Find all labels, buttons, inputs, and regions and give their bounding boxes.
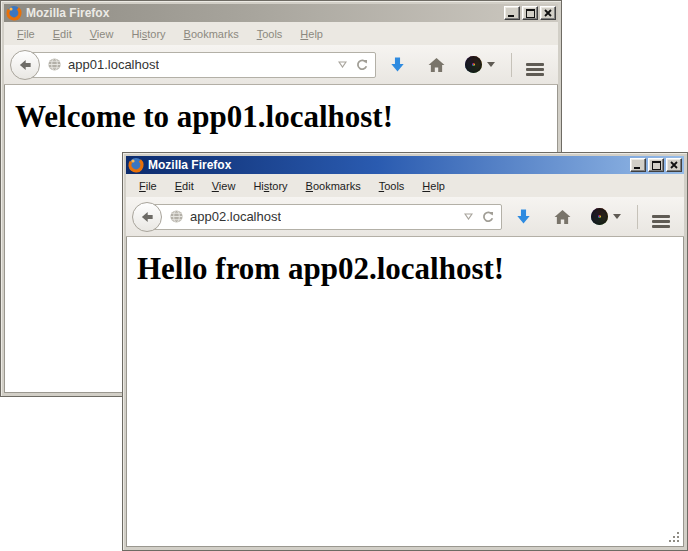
back-arrow-icon — [140, 209, 155, 224]
search-engine-button[interactable] — [591, 208, 621, 225]
menu-item[interactable]: File — [8, 25, 44, 43]
app-menu-icon[interactable] — [652, 215, 670, 218]
menu-item[interactable]: File — [130, 177, 166, 195]
search-engine-icon — [465, 56, 482, 73]
navigation-toolbar: app01.localhost — [4, 45, 558, 85]
menu-item[interactable]: Tools — [370, 177, 414, 195]
menu-item[interactable]: History — [244, 177, 296, 195]
url-bar[interactable]: app01.localhost — [24, 52, 376, 78]
menu-item[interactable]: Tools — [248, 25, 292, 43]
close-button[interactable] — [540, 6, 556, 20]
titlebar[interactable]: Mozilla Firefox — [4, 4, 558, 22]
search-caret-icon — [487, 62, 495, 67]
menu-item[interactable]: Bookmarks — [175, 25, 248, 43]
menu-bar: FileEditViewHistoryBookmarksToolsHelp — [126, 174, 684, 197]
maximize-button[interactable] — [648, 158, 664, 172]
firefox-logo-icon — [128, 157, 144, 173]
globe-icon — [47, 57, 62, 72]
menu-item[interactable]: History — [122, 25, 174, 43]
minimize-button[interactable] — [504, 6, 520, 20]
back-button[interactable] — [132, 202, 162, 232]
minimize-button[interactable] — [630, 158, 646, 172]
menu-item[interactable]: View — [81, 25, 123, 43]
reload-icon[interactable] — [355, 58, 369, 72]
search-engine-button[interactable] — [465, 56, 495, 73]
home-icon[interactable] — [554, 209, 571, 225]
search-engine-icon — [591, 208, 608, 225]
window-controls — [502, 6, 556, 20]
menu-item[interactable]: Edit — [166, 177, 203, 195]
menu-item[interactable]: Help — [413, 177, 454, 195]
navigation-toolbar: app02.localhost — [126, 197, 684, 237]
url-dropdown-icon[interactable] — [464, 213, 473, 220]
browser-window-app02[interactable]: Mozilla Firefox FileEditViewHistoryBookm… — [122, 152, 688, 551]
download-icon[interactable] — [389, 56, 406, 73]
url-dropdown-icon[interactable] — [338, 61, 347, 68]
toolbar-separator — [637, 205, 638, 229]
maximize-button[interactable] — [522, 6, 538, 20]
menu-item[interactable]: Help — [291, 25, 332, 43]
close-button[interactable] — [666, 158, 682, 172]
reload-icon[interactable] — [481, 210, 495, 224]
page-content-app02: Hello from app02.localhost! — [126, 237, 684, 547]
back-button[interactable] — [10, 50, 40, 80]
url-text[interactable]: app02.localhost — [190, 209, 281, 224]
menu-item[interactable]: View — [203, 177, 245, 195]
page-heading: Hello from app02.localhost! — [127, 237, 683, 287]
page-heading: Welcome to app01.localhost! — [5, 85, 557, 135]
home-icon[interactable] — [428, 57, 445, 73]
back-arrow-icon — [18, 57, 33, 72]
app-menu-icon[interactable] — [526, 63, 544, 66]
download-icon[interactable] — [515, 208, 532, 225]
menu-item[interactable]: Bookmarks — [297, 177, 370, 195]
firefox-logo-icon — [6, 5, 22, 21]
url-bar[interactable]: app02.localhost — [146, 204, 502, 230]
window-title: Mozilla Firefox — [148, 158, 231, 172]
window-controls — [628, 158, 682, 172]
menu-item[interactable]: Edit — [44, 25, 81, 43]
desktop: Mozilla Firefox FileEditViewHistoryBookm… — [0, 0, 688, 551]
toolbar-separator — [511, 53, 512, 77]
menu-bar: FileEditViewHistoryBookmarksToolsHelp — [4, 22, 558, 45]
globe-icon — [169, 209, 184, 224]
resize-grip-icon[interactable] — [667, 530, 681, 544]
window-title: Mozilla Firefox — [26, 6, 109, 20]
titlebar[interactable]: Mozilla Firefox — [126, 156, 684, 174]
url-text[interactable]: app01.localhost — [68, 57, 159, 72]
search-caret-icon — [613, 214, 621, 219]
